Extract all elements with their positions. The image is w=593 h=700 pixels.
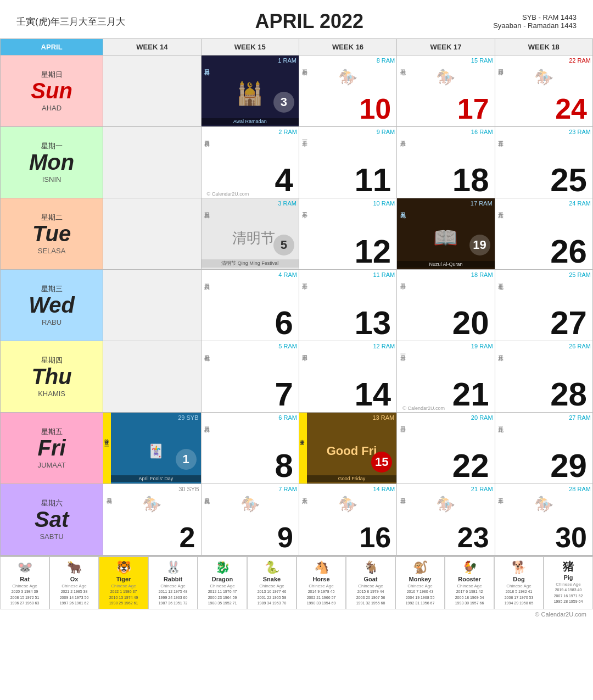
cell-sun-w18: 22 RAM 三月廿四 🏇 24 [495,55,592,127]
cell-sun-w17: 15 RAM 三月十七 🏇 17 [397,55,495,127]
day-num-26: 26 [550,235,589,268]
cell-sat-w16: 14 RAM 三月十六 🏇 16 [299,484,396,555]
cell-wed-w16: 11 RAM 三月十三 13 [299,270,396,341]
day-num-14: 14 [355,378,394,411]
day-en-mon: Mon [5,151,98,173]
ram-label-wed-w17: 18 RAM [399,271,493,278]
cell-sun-w15: 1 RAM 三月初三 🕌 3 Awal Ramadan [201,55,299,127]
zodiac-rooster-data: Chinese Age 2017 6 1981 42 2005 18 1969 … [446,584,493,607]
col-week18: WEEK 18 [495,39,592,55]
day-num-11: 11 [355,164,394,197]
zodiac-ox: 🐂 Ox Chinese Age 2021 2 1985 38 2009 14 … [49,557,99,609]
cell-fri-w14: 29 SYB 三月初一 🃏 1 April Fools' Day [103,413,201,484]
zodiac-horse: 🐴 Horse Chinese Age 2014 9 1978 45 2002 … [296,557,346,609]
day-num-5: 5 [273,235,294,255]
col-april: APRIL [1,39,103,55]
day-num-13: 13 [355,307,394,340]
col-week15: WEEK 15 [201,39,299,55]
cell-thu-w18: 26 RAM 三月廿八 28 [495,341,592,413]
copyright-text: © Calendar2U.com [535,611,586,618]
cell-mon-w18: 23 RAM 三月廿五 25 [495,127,592,198]
zodiac-horse-data: Chinese Age 2014 9 1978 45 2002 21 1966 … [298,584,344,607]
day-malay-thu: KHAMIS [5,390,98,398]
saturday-row: 星期六 Sat SABTU 30 SYB 三月初二 🏇 2 7 RAM 三月初九… [1,484,593,555]
ram-label-mon-w17: 16 RAM [399,129,493,135]
cell-tue-w15: 3 RAM 三月初五 清明节 5 清明节 Qing Ming Festival [201,198,299,270]
day-num-16: 16 [359,523,393,552]
ram-label-tue-w18: 24 RAM [497,200,591,207]
ram-label-mon-w18: 23 RAM [497,129,591,135]
day-num-28: 28 [550,378,589,411]
ram-label-fri-w18: 27 RAM [497,414,591,421]
zodiac-dragon-name: Dragon [199,576,245,582]
ram-label-sun-w16: 8 RAM [301,57,395,64]
day-malay-mon: ISNIN [5,175,98,184]
day-num-15: 15 [371,452,392,473]
tuesday-row: 星期二 Tue SELASA 3 RAM 三月初五 清明节 5 清明节 Qing… [1,198,593,270]
day-label-monday: 星期一 Mon ISNIN [1,127,103,198]
syb-title: SYB - RAM 1443 [493,13,577,21]
ram-label-wed-w16: 11 RAM [301,271,395,278]
syb-label-sat-w14: 30 SYB [105,486,199,492]
zodiac-rat-data: Chinese Age 2020 3 1984 39 2008 15 1972 … [2,584,48,607]
cell-thu-w17: 19 RAM 三月廿一 21 © Calendar2U.com [397,341,495,413]
cell-mon-w15: 2 RAM 三月初四 4 © Calendar2U.com [201,127,299,198]
zodiac-dog-name: Dog [496,576,542,582]
cell-thu-w14 [103,341,201,413]
day-num-23: 23 [457,523,491,552]
day-en-wed: Wed [5,294,98,316]
cell-mon-w16: 9 RAM 三月十一 11 [299,127,396,198]
day-num-18: 18 [452,164,491,197]
zodiac-dog-icon: 🐕 [496,560,542,575]
zodiac-rabbit-icon: 🐰 [150,560,196,575]
col-week16: WEEK 16 [299,39,396,55]
ram-label-sat-w18: 28 RAM [497,486,591,492]
zodiac-rooster-icon: 🐓 [446,560,493,575]
cell-tue-w16: 10 RAM 三月十二 12 [299,198,396,270]
cell-wed-w15: 4 RAM 三月初六 6 [201,270,299,341]
zodiac-pig-chinese: 猪 [563,560,574,573]
zodiac-monkey-icon: 🐒 [397,560,443,575]
day-malay-sun: AHAD [5,104,98,112]
day-label-thursday: 星期四 Thu KHAMIS [1,341,103,413]
zodiac-monkey-data: Chinese Age 2016 7 1980 43 2004 19 1968 … [397,584,443,607]
cell-sun-w14 [103,55,201,127]
zodiac-goat: 🐐 Goat Chinese Age 2015 8 1979 44 2003 2… [346,557,395,609]
day-num-29: 29 [550,449,589,482]
ram-label-mon-w15: 2 RAM [203,129,297,135]
day-en-thu: Thu [5,365,98,387]
chinese-title: 壬寅(虎)年三月大至三月大 [16,15,125,28]
month-year-title: APRIL 2022 [255,10,363,33]
ram-label-fri-w15: 6 RAM [203,414,297,421]
cell-fri-w15: 6 RAM 三月初八 8 [201,413,299,484]
zodiac-dragon-icon: 🐉 [199,560,245,575]
zodiac-snake-data: Chinese Age 2013 10 1977 46 2001 22 1965… [249,584,295,607]
cell-wed-w14 [103,270,201,341]
zodiac-pig-name: Pig [545,574,591,581]
zodiac-horse-name: Horse [298,576,344,582]
syb-subtitle: Syaaban - Ramadan 1443 [493,21,577,30]
zodiac-pig: 猪 Pig Chinese Age 2019 4 1983 40 2007 16… [544,557,593,609]
zodiac-snake-name: Snake [249,576,295,582]
day-num-17: 17 [457,95,491,123]
day-num-6: 6 [275,307,295,340]
day-label-wednesday: 星期三 Wed RABU [1,270,103,341]
zodiac-monkey: 🐒 Monkey Chinese Age 2016 7 1980 43 2004… [395,557,445,609]
zodiac-rabbit-data: Chinese Age 2011 12 1975 48 1999 24 1963… [150,584,196,607]
day-num-21: 21 [452,378,491,411]
day-num-10: 10 [359,95,393,123]
cell-thu-w15: 5 RAM 三月初七 7 [201,341,299,413]
zodiac-tiger: 🐯 Tiger Chinese Age 2022 1 1986 37 2010 … [99,557,148,609]
zodiac-rooster: 🐓 Rooster Chinese Age 2017 6 1981 42 200… [445,557,494,609]
day-label-sunday: 星期日 Sun AHAD [1,55,103,127]
day-label-saturday: 星期六 Sat SABTU [1,484,103,555]
wednesday-row: 星期三 Wed RABU 4 RAM 三月初六 6 11 RAM 三月十三 13… [1,270,593,341]
col-week14: WEEK 14 [103,39,201,55]
day-num-22: 22 [452,449,491,482]
day-num-30: 30 [555,523,589,552]
footer-copyright: © Calendar2U.com [0,609,593,619]
zodiac-tiger-name: Tiger [100,576,147,582]
cell-thu-w16: 12 RAM 三月十四 14 [299,341,396,413]
day-num-1: 1 [176,449,197,470]
day-num-24: 24 [555,95,589,123]
